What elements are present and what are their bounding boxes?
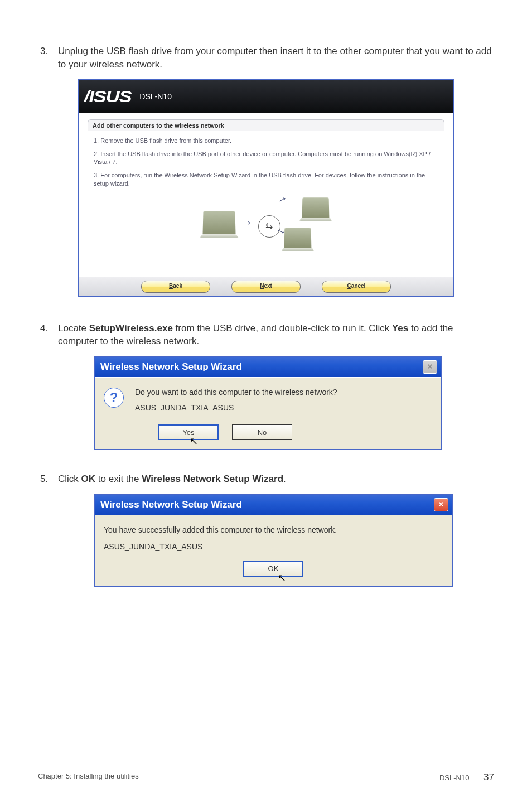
step-text: Unplug the USB flash drive from your com…	[58, 45, 494, 71]
footer-chapter: Chapter 5: Installing the utilities	[38, 772, 139, 783]
confirm-dialog: Wireless Network Setup Wizard × ? Do you…	[94, 356, 442, 450]
panel-title: Add other computers to the wireless netw…	[88, 119, 444, 131]
dialog-title: Wireless Network Setup Wizard	[100, 499, 242, 510]
laptop-icon	[203, 211, 236, 235]
dialog-titlebar: Wireless Network Setup Wizard ×	[95, 357, 441, 377]
footer-model: DSL-N10	[439, 774, 469, 782]
asus-logo: /ISUS	[84, 87, 131, 106]
close-icon[interactable]: ×	[423, 360, 437, 374]
dialog-message: You have successfully added this compute…	[104, 525, 443, 534]
question-icon: ?	[104, 388, 124, 408]
wizard-header: /ISUS DSL-N10	[79, 80, 453, 113]
dialog-titlebar: Wireless Network Setup Wizard ×	[95, 495, 452, 515]
arrow-diag-up-icon: →	[274, 191, 289, 208]
asus-wizard-window: /ISUS DSL-N10 Add other computers to the…	[78, 79, 454, 297]
cursor-icon: ↖	[190, 435, 198, 447]
ok-button[interactable]: OK ↖	[243, 561, 303, 577]
wizard-footer: Back Next Cancel	[79, 277, 453, 296]
page-footer: Chapter 5: Installing the utilities DSL-…	[38, 767, 494, 783]
step-number: 3.	[38, 45, 58, 71]
success-dialog: Wireless Network Setup Wizard × You have…	[94, 494, 453, 587]
no-button[interactable]: No	[232, 424, 292, 440]
dialog-network-name: ASUS_JUNDA_TXIA_ASUS	[135, 403, 337, 412]
panel-line-1: 1. Remove the USB flash drive from this …	[94, 137, 438, 144]
dialog-title: Wireless Network Setup Wizard	[100, 361, 242, 373]
dialog-network-name: ASUS_JUNDA_TXIA_ASUS	[104, 542, 443, 551]
arrow-right-icon: →	[240, 215, 253, 230]
footer-page-number: 37	[483, 772, 494, 782]
next-button[interactable]: Next	[231, 281, 301, 293]
instruction-step-4: 4. Locate SetupWireless.exe from the USB…	[38, 322, 494, 349]
laptop-icon	[284, 228, 311, 248]
panel-content: 1. Remove the USB flash drive from this …	[88, 131, 444, 272]
back-button[interactable]: Back	[141, 281, 210, 293]
cursor-icon: ↖	[278, 572, 286, 584]
panel-line-3: 3. For computers, run the Wireless Netwo…	[94, 171, 438, 187]
illustration: → ⇆ → →	[94, 197, 438, 248]
step-text: Locate SetupWireless.exe from the USB dr…	[58, 322, 494, 349]
panel-line-2: 2. Insert the USB flash drive into the U…	[94, 150, 438, 166]
instruction-step-5: 5. Click OK to exit the Wireless Network…	[38, 472, 494, 486]
close-icon[interactable]: ×	[434, 498, 448, 511]
step-text: Click OK to exit the Wireless Network Se…	[58, 472, 494, 486]
dialog-question: Do you want to add this computer to the …	[135, 388, 337, 397]
instruction-step-3: 3. Unplug the USB flash drive from your …	[38, 45, 494, 71]
laptop-icon	[302, 197, 329, 218]
step-number: 4.	[38, 322, 58, 349]
cancel-button[interactable]: Cancel	[322, 281, 391, 293]
yes-button[interactable]: Yes ↖	[158, 424, 219, 440]
step-number: 5.	[38, 472, 58, 486]
model-label: DSL-N10	[139, 92, 172, 101]
